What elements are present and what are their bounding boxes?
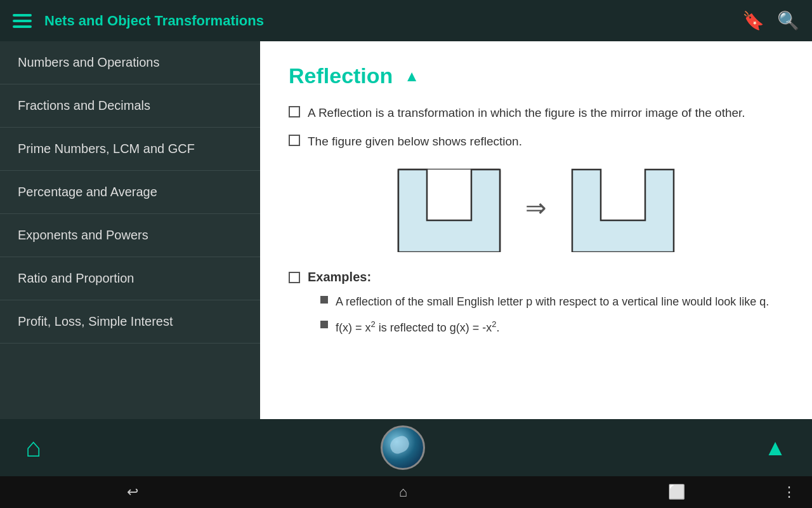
search-icon[interactable]: 🔍 (777, 10, 799, 31)
bullet-square-2 (289, 135, 300, 146)
main-area: Numbers and Operations Fractions and Dec… (0, 41, 812, 419)
hamburger-icon[interactable] (13, 14, 32, 28)
scroll-up-bottom[interactable]: ▲ (764, 434, 787, 461)
sidebar-item-ratio-proportion[interactable]: Ratio and Proportion (0, 257, 260, 300)
nav-home-button[interactable]: ⌂ (399, 484, 407, 500)
svg-marker-3 (572, 170, 674, 252)
left-u-shape (392, 163, 506, 252)
examples-header: Examples: (289, 270, 783, 284)
sidebar-item-profit-loss[interactable]: Profit, Loss, Simple Interest (0, 300, 260, 344)
sidebar-item-prime-numbers[interactable]: Prime Numbers, LCM and GCF (0, 128, 260, 171)
sidebar-item-exponents-powers[interactable]: Exponents and Powers (0, 214, 260, 257)
nav-recents-button[interactable]: ⬜ (668, 484, 685, 500)
bottom-bar: ⌂ ▲ (0, 419, 812, 476)
examples-title: Examples: (308, 270, 371, 284)
example-item-2: f(x) = x2 is reflected to g(x) = -x2. (320, 318, 783, 337)
bullet-text-2: The figure given below shows reflection. (308, 133, 522, 151)
examples-list: A reflection of the small English letter… (289, 293, 783, 337)
examples-bullet-square (289, 272, 300, 283)
bullet-text-1: A Reflection is a transformation in whic… (308, 104, 745, 123)
bullet-item-1: A Reflection is a transformation in whic… (289, 104, 783, 123)
reflection-arrow: ⇒ (525, 193, 547, 222)
nav-more-button[interactable]: ⋮ (782, 484, 796, 500)
home-icon[interactable]: ⌂ (25, 432, 41, 463)
scroll-up-icon[interactable]: ▲ (404, 67, 419, 85)
nav-back-button[interactable]: ↩ (127, 484, 138, 500)
sidebar-item-fractions-decimals[interactable]: Fractions and Decimals (0, 84, 260, 128)
main-bullets: A Reflection is a transformation in whic… (289, 104, 783, 150)
top-bar: Nets and Object Transformations 🔖 🔍 (0, 0, 812, 41)
content-header: Reflection ▲ (289, 64, 783, 88)
top-icons: 🔖 🔍 (742, 10, 799, 31)
example-bullet-1 (320, 296, 328, 304)
svg-rect-1 (427, 170, 471, 220)
sidebar-item-numbers-operations[interactable]: Numbers and Operations (0, 41, 260, 84)
reflection-diagram: ⇒ (289, 163, 783, 252)
content-panel: Reflection ▲ A Reflection is a transform… (260, 41, 812, 419)
right-u-shape (566, 163, 680, 252)
android-nav-wrapper: ↩ ⌂ ⬜ ⋮ (0, 476, 812, 508)
sidebar-item-percentage-average[interactable]: Percentage and Average (0, 171, 260, 214)
section-title: Reflection (289, 64, 393, 88)
bullet-item-2: The figure given below shows reflection. (289, 133, 783, 151)
center-logo[interactable] (381, 425, 425, 470)
app-title: Nets and Object Transformations (44, 13, 742, 29)
example-text-2: f(x) = x2 is reflected to g(x) = -x2. (336, 318, 500, 337)
example-text-1: A reflection of the small English letter… (336, 293, 769, 311)
bullet-square-1 (289, 106, 300, 117)
example-item-1: A reflection of the small English letter… (320, 293, 783, 311)
bookmark-icon[interactable]: 🔖 (742, 10, 764, 31)
sidebar: Numbers and Operations Fractions and Dec… (0, 41, 260, 419)
example-bullet-2 (320, 321, 328, 328)
